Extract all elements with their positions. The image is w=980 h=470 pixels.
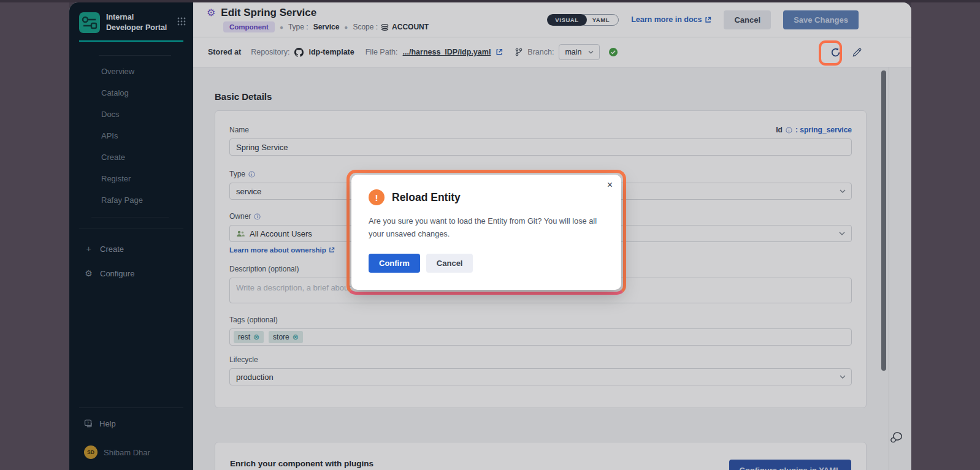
modal-title: Reload Entity — [392, 191, 461, 204]
confirm-button[interactable]: Confirm — [369, 254, 420, 273]
warning-icon: ! — [369, 189, 385, 205]
modal-cancel-button[interactable]: Cancel — [426, 254, 473, 273]
close-icon[interactable]: × — [607, 180, 613, 191]
modal-message: Are you sure you want to load the Entity… — [369, 214, 602, 240]
modal-annotation-ring: × ! Reload Entity Are you sure you want … — [346, 170, 626, 295]
reload-annotation-ring — [819, 40, 842, 66]
reload-entity-modal: × ! Reload Entity Are you sure you want … — [351, 175, 621, 290]
